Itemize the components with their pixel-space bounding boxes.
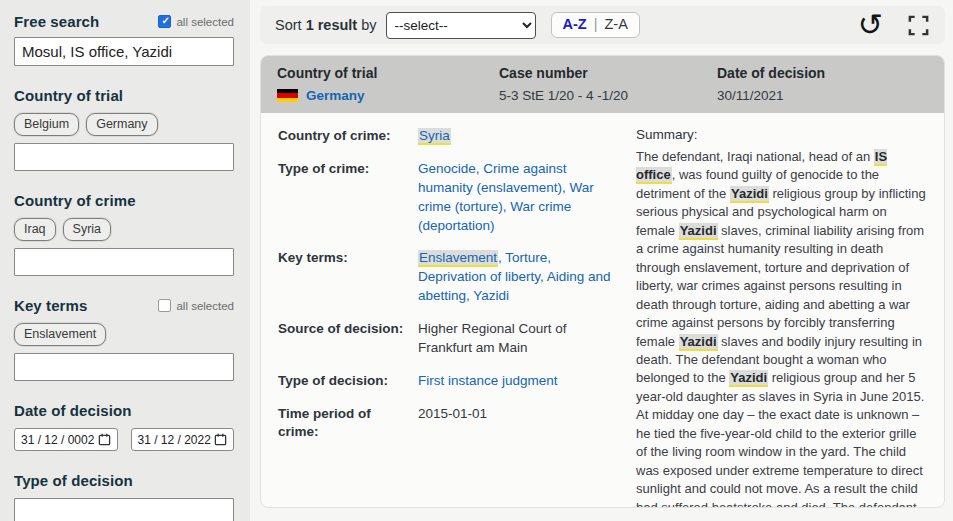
date-of-decision-value: 30/11/2021 [717, 88, 928, 103]
type-of-decision-section: Type of decision [14, 472, 234, 521]
detail-row: Key terms: Enslavement, Torture, Depriva… [278, 249, 618, 306]
calendar-icon [214, 433, 227, 446]
sort-divider: | [594, 16, 598, 32]
filter-tag[interactable]: Syria [63, 218, 111, 241]
source-of-decision-value: Higher Regional Court of Frankfurt am Ma… [418, 320, 618, 358]
case-details: Country of crime: Syria Type of crime: G… [278, 127, 618, 508]
summary-highlight: Yazidi [679, 334, 718, 351]
key-terms-links: Enslavement, Torture, Deprivation of lib… [418, 249, 618, 306]
summary-highlight: Yazidi [729, 370, 768, 387]
sort-za-button[interactable]: Z-A [605, 16, 628, 32]
result-body: Country of crime: Syria Type of crime: G… [261, 113, 944, 508]
summary-highlight: IS office [636, 149, 887, 184]
country-of-crime-heading: Country of crime [14, 192, 234, 209]
date-of-decision-heading: Date of decision [14, 402, 234, 419]
date-to-field[interactable]: 31 / 12 / 2022 [131, 428, 235, 451]
detail-row: Country of crime: Syria [278, 127, 618, 146]
type-of-decision-input[interactable] [14, 498, 234, 521]
result-count: 1 result [306, 17, 358, 33]
results-main: Sort 1 result by --select-- A-Z | Z-A ↺ … [250, 0, 953, 521]
country-of-trial-value: Germany [277, 88, 499, 103]
summary-highlight: Yazidi [679, 223, 718, 240]
refresh-icon[interactable]: ↺ [858, 14, 883, 36]
crime-type-link[interactable]: Genocide [418, 161, 476, 176]
detail-row: Type of crime: Genocide, Crime against h… [278, 160, 618, 236]
calendar-icon [98, 433, 111, 446]
column-header-case-number: Case number [499, 65, 717, 81]
detail-label: Key terms: [278, 249, 418, 306]
time-period-value: 2015-01-01 [418, 405, 618, 441]
detail-label: Country of crime: [278, 127, 418, 146]
country-of-crime-input[interactable] [14, 248, 234, 276]
sort-select[interactable]: --select-- [386, 12, 536, 39]
all-selected-label: all selected [176, 16, 234, 28]
key-terms-heading: Key terms [14, 297, 87, 314]
all-selected-label: all selected [176, 300, 234, 312]
sort-direction-toggle: A-Z | Z-A [551, 12, 640, 38]
key-term-link[interactable]: Enslavement [418, 250, 498, 267]
country-of-crime-section: Country of crime Iraq Syria [14, 192, 234, 276]
type-of-decision-heading: Type of decision [14, 472, 234, 489]
date-from-value: 31 / 12 / 0002 [21, 433, 94, 447]
date-of-decision-section: Date of decision 31 / 12 / 0002 31 / 12 … [14, 402, 234, 451]
country-of-trial-link[interactable]: Germany [306, 88, 365, 103]
free-search-input[interactable] [14, 37, 234, 66]
type-of-decision-link[interactable]: First instance judgment [418, 373, 558, 388]
column-header-country-of-trial: Country of trial [277, 65, 499, 81]
filter-tag[interactable]: Belgium [14, 113, 79, 136]
key-term-link[interactable]: Yazidi [473, 288, 509, 303]
key-terms-input[interactable] [14, 353, 234, 381]
free-search-heading: Free search [14, 13, 99, 30]
result-header-band: Country of trial Case number Date of dec… [261, 56, 944, 113]
checkbox-checked-icon[interactable] [158, 15, 171, 28]
detail-row: Type of decision: First instance judgmen… [278, 372, 618, 391]
country-of-trial-input[interactable] [14, 143, 234, 171]
detail-row: Source of decision: Higher Regional Cour… [278, 320, 618, 358]
sort-az-button[interactable]: A-Z [563, 16, 587, 32]
free-search-all-selected[interactable]: all selected [158, 15, 234, 28]
filter-tag[interactable]: Germany [86, 113, 157, 136]
fullscreen-icon[interactable] [907, 14, 930, 37]
summary-label: Summary: [636, 127, 929, 142]
filter-tag[interactable]: Enslavement [14, 323, 106, 346]
key-terms-section: Key terms all selected Enslavement [14, 297, 234, 381]
result-card: Country of trial Case number Date of dec… [260, 55, 945, 508]
germany-flag-icon [277, 89, 298, 102]
detail-label: Source of decision: [278, 320, 418, 358]
country-of-trial-section: Country of trial Belgium Germany [14, 87, 234, 171]
summary-highlight: Yazidi [730, 186, 769, 203]
sort-toolbar: Sort 1 result by --select-- A-Z | Z-A ↺ [260, 6, 945, 44]
case-summary: Summary: The defendant, Iraqi national, … [636, 127, 929, 508]
country-of-crime-link[interactable]: Syria [418, 128, 451, 145]
column-header-date-of-decision: Date of decision [717, 65, 928, 81]
country-of-trial-heading: Country of trial [14, 87, 234, 104]
filters-sidebar: Free search all selected Country of tria… [0, 0, 250, 521]
detail-label: Type of decision: [278, 372, 418, 391]
key-term-link[interactable]: Deprivation of liberty [418, 269, 540, 284]
key-terms-all-selected[interactable]: all selected [158, 299, 234, 312]
detail-label: Type of crime: [278, 160, 418, 236]
date-from-field[interactable]: 31 / 12 / 0002 [14, 428, 118, 451]
detail-row: Time period of crime: 2015-01-01 [278, 405, 618, 441]
date-to-value: 31 / 12 / 2022 [138, 433, 211, 447]
key-term-link[interactable]: Torture [505, 250, 547, 265]
sort-label: Sort 1 result by [275, 17, 377, 33]
free-search-section: Free search all selected [14, 13, 234, 66]
type-of-crime-links: Genocide, Crime against humanity (enslav… [418, 160, 618, 236]
filter-tag[interactable]: Iraq [14, 218, 56, 241]
checkbox-unchecked-icon[interactable] [158, 299, 171, 312]
case-number-value: 5-3 StE 1/20 - 4 -1/20 [499, 88, 717, 103]
summary-text: The defendant, Iraqi national, head of a… [636, 148, 929, 508]
detail-label: Time period of crime: [278, 405, 418, 441]
